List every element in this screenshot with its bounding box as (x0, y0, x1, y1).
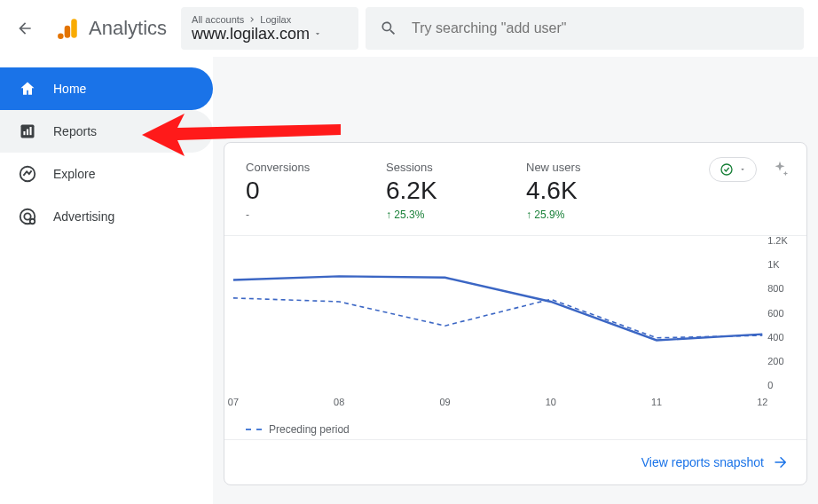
sidebar-nav: Home Reports Explore Advertising (0, 57, 213, 504)
metric-new-users-delta: ↑ 25.9% (526, 209, 624, 221)
svg-text:0: 0 (767, 380, 773, 390)
search-bar[interactable] (366, 7, 804, 50)
nav-home-label: Home (53, 82, 86, 96)
svg-point-2 (58, 33, 64, 39)
svg-text:10: 10 (546, 397, 556, 407)
metric-conversions[interactable]: Conversions 0 - (246, 161, 343, 221)
svg-point-9 (24, 213, 30, 219)
svg-rect-1 (65, 26, 71, 38)
breadcrumb-account: Logilax (260, 14, 291, 25)
nav-home[interactable]: Home (0, 67, 213, 110)
metric-conversions-label: Conversions (246, 161, 343, 174)
svg-text:1.2K: 1.2K (767, 236, 788, 246)
legend-preceding-label: Preceding period (269, 423, 350, 436)
home-icon (18, 79, 37, 98)
svg-point-10 (30, 219, 35, 224)
svg-text:800: 800 (767, 283, 783, 294)
metric-conversions-delta: - (246, 209, 343, 221)
sparkle-icon (770, 160, 790, 179)
explore-icon (18, 164, 37, 184)
svg-rect-6 (30, 127, 32, 135)
reports-icon (18, 122, 37, 141)
svg-point-11 (721, 164, 732, 175)
metric-sessions-label: Sessions (386, 161, 484, 174)
svg-text:200: 200 (767, 356, 783, 366)
svg-text:09: 09 (439, 397, 450, 407)
sessions-chart: 1.2K1K8006004002000070809101112 (224, 235, 806, 413)
search-input[interactable] (412, 20, 790, 36)
metric-new-users[interactable]: New users 4.6K ↑ 25.9% (526, 161, 624, 221)
legend-dash-icon (246, 429, 262, 430)
metric-new-users-label: New users (526, 161, 624, 174)
property-selector[interactable]: All accounts Logilax www.logilax.com (181, 7, 358, 50)
nav-reports[interactable]: Reports (0, 110, 213, 153)
caret-down-icon (739, 166, 746, 173)
svg-point-7 (20, 167, 35, 182)
svg-rect-0 (71, 19, 77, 38)
caret-down-icon (313, 29, 322, 38)
insights-button[interactable] (767, 157, 792, 182)
chart-legend: Preceding period (224, 413, 806, 439)
view-reports-link[interactable]: View reports snapshot (641, 455, 764, 469)
metric-sessions-value: 6.2K (386, 177, 484, 205)
svg-text:400: 400 (767, 332, 783, 343)
nav-advertising-label: Advertising (53, 209, 114, 224)
advertising-icon (18, 207, 37, 226)
main-content: Conversions 0 - Sessions 6.2K ↑ 25.3% Ne… (213, 57, 818, 504)
chevron-right-icon (248, 15, 256, 24)
metric-new-users-value: 4.6K (526, 177, 624, 205)
metric-conversions-value: 0 (246, 177, 343, 205)
svg-text:07: 07 (228, 397, 239, 407)
arrow-left-icon (16, 20, 34, 37)
nav-advertising[interactable]: Advertising (0, 195, 213, 238)
svg-rect-4 (23, 131, 25, 135)
analytics-logo: Analytics (50, 17, 174, 40)
status-pill[interactable] (709, 157, 757, 182)
svg-text:600: 600 (767, 307, 783, 318)
svg-text:11: 11 (651, 397, 662, 407)
search-icon (380, 20, 397, 37)
nav-explore[interactable]: Explore (0, 153, 213, 195)
svg-text:12: 12 (757, 397, 767, 407)
back-button[interactable] (7, 11, 43, 46)
metric-sessions[interactable]: Sessions 6.2K ↑ 25.3% (386, 161, 484, 221)
svg-text:08: 08 (334, 397, 344, 407)
card-footer: View reports snapshot (224, 439, 806, 484)
insights-card: Conversions 0 - Sessions 6.2K ↑ 25.3% Ne… (224, 142, 807, 485)
property-breadcrumb: All accounts Logilax (192, 14, 348, 25)
nav-reports-label: Reports (53, 124, 97, 138)
svg-rect-5 (27, 130, 28, 136)
arrow-right-icon (773, 454, 789, 470)
property-domain: www.logilax.com (192, 25, 310, 43)
svg-text:1K: 1K (767, 259, 780, 270)
metrics-row: Conversions 0 - Sessions 6.2K ↑ 25.3% Ne… (224, 143, 806, 235)
analytics-logo-icon (57, 17, 80, 40)
breadcrumb-root: All accounts (192, 14, 244, 25)
check-circle-icon (720, 162, 734, 177)
nav-explore-label: Explore (53, 167, 95, 181)
brand-name: Analytics (89, 17, 167, 40)
metric-sessions-delta: ↑ 25.3% (386, 209, 484, 221)
